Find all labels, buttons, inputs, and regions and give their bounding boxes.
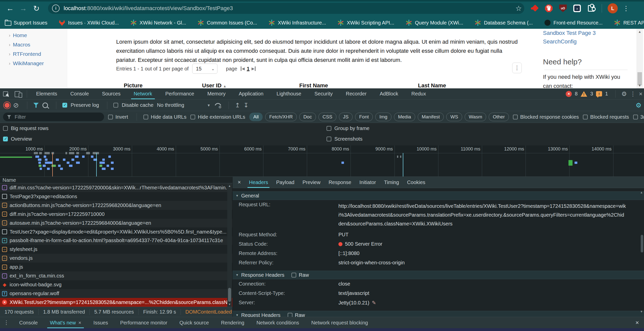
filter-chip-ws[interactable]: WS [446,113,462,121]
request-row[interactable]: ‹›stylesheet.js [0,245,232,254]
filter-chip-fetchxhr[interactable]: Fetch/XHR [265,113,297,121]
sidebar-item-rtfrontend[interactable]: ›RTFrontend [9,51,41,57]
name-column-header[interactable]: Name [0,177,232,183]
bookmark-star-icon[interactable]: ☆ [515,4,522,13]
tab-network[interactable]: Network [127,88,159,99]
request-row[interactable]: ‹›actionButtons.min.js?cache-version=172… [0,201,232,210]
filter-chip-other[interactable]: Other [489,113,509,121]
request-row[interactable]: ∕ext_in_form_cta.min.css [0,271,232,280]
request-row[interactable]: ◆icon-without-badge.svg [0,280,232,289]
filter-chip-js[interactable]: JS [339,113,353,121]
tree-chevron-icon[interactable]: › [9,52,10,57]
filter-toggle-icon[interactable] [33,103,39,108]
collapse-icon[interactable]: ▼ [236,313,239,317]
reload-icon[interactable]: ↻ [30,2,43,15]
request-row[interactable]: ‹›diff.min.js?cache-version=172225971000… [0,210,232,219]
scroll-down-icon[interactable]: ▼ [227,303,232,306]
hide-data-urls-checkbox[interactable] [143,115,148,119]
bookmark-item[interactable]: XWiki Network - Gl... [131,20,186,26]
request-raw-checkbox[interactable] [288,313,292,317]
drawer-tab-network-conditions[interactable]: Network conditions [250,317,305,328]
drawer-tab-network-request-blocking[interactable]: Network request blocking [305,317,374,328]
first-page-icon[interactable]: ◀ [241,66,245,71]
column-header-last-name[interactable]: Last Name [418,82,446,88]
scroll-up-icon[interactable]: ▲ [636,30,643,34]
warning-count-icon[interactable] [581,91,587,97]
tab-application[interactable]: Application [232,88,270,99]
hide-extension-urls-checkbox[interactable] [190,115,195,119]
filter-chip-media[interactable]: Media [394,113,415,121]
record-network-log-icon[interactable] [5,103,10,108]
bookmark-item[interactable]: Front-end Resource... [544,20,603,26]
tab-elements[interactable]: Elements [30,88,64,99]
column-header-first-name[interactable]: First Name [299,82,328,88]
tab-recorder[interactable]: Recorder [339,88,373,99]
request-row[interactable]: ∕diff.min.css?cache-version=172225972000… [0,183,232,192]
warning-count[interactable]: 3 [590,91,593,97]
tab-adblock[interactable]: AdBlock [373,88,405,99]
import-har-icon[interactable]: ↥ [235,102,240,109]
group-by-frame-checkbox[interactable] [327,126,331,131]
extension-red-icon[interactable] [531,5,538,12]
devtools-menu-icon[interactable]: ⋮ [630,90,636,97]
big-request-rows-checkbox[interactable] [3,126,8,131]
request-row[interactable]: ‹›app.js [0,263,232,271]
request-row[interactable]: TestUser2?xpage=display&mode=edit&proper… [0,227,232,236]
drawer-tab-performance-monitor[interactable]: Performance monitor [114,317,174,328]
browser-menu-icon[interactable]: ⋮ [623,5,629,12]
last-page-icon[interactable]: ▶ [252,66,256,71]
drawer-tab-console[interactable]: Console [13,317,44,328]
bookmark-item[interactable]: Issues · XWiki Cloud... [59,20,119,26]
drawer-tab-what-s-new[interactable]: What's new× [44,317,87,328]
request-row[interactable]: ×XWiki.TestUser2?timestamp=1724152830528… [0,298,232,307]
edit-header-icon[interactable]: ✎ [372,300,376,306]
tree-chevron-icon[interactable]: › [9,42,10,47]
back-icon[interactable]: ← [4,2,17,15]
filter-chip-img[interactable]: Img [375,113,391,121]
network-overview-timeline[interactable]: 1000 ms2000 ms3000 ms4000 ms5000 ms6000 … [0,145,644,177]
filter-chip-manifest[interactable]: Manifest [418,113,444,121]
detail-tab-preview[interactable]: Preview [299,177,325,188]
scroll-down-icon[interactable]: ▼ [636,84,643,87]
bookmark-item[interactable]: Database Schema (... [475,20,533,26]
blocked-requests-checkbox[interactable] [583,115,588,119]
tab-memory[interactable]: Memory [201,88,232,99]
request-row[interactable]: ≡passbolt-iframe-in-form-call-to-action.… [0,236,232,245]
error-count-icon[interactable]: × [566,91,572,97]
page-scrollbar[interactable]: ▲ ▼ [636,29,643,88]
request-row[interactable]: ‹›autosave.min.js?cache-version=17222596… [0,219,232,227]
search-icon[interactable] [42,103,48,108]
close-detail-icon[interactable]: × [233,179,245,186]
related-page-link[interactable]: Sandbox Test Page 3 [543,29,629,37]
throttling-select[interactable]: No throttling ▼ [157,102,211,108]
column-header-user-id[interactable]: User ID▲ [202,82,227,88]
profile-avatar[interactable]: L [608,3,618,13]
invert-checkbox[interactable] [108,115,113,119]
section-header-response-headers[interactable]: ▼Response HeadersRaw [233,271,644,279]
response-raw-checkbox[interactable] [291,273,296,277]
drawer-menu-icon[interactable]: ⋮ [0,319,13,326]
tab-performance[interactable]: Performance [159,88,201,99]
overview-checkbox[interactable] [3,137,8,141]
forward-icon[interactable]: → [17,2,30,15]
network-conditions-icon[interactable] [214,103,220,108]
bookmark-item[interactable]: XWiki Infrastructure... [269,20,326,26]
detail-tab-response[interactable]: Response [325,177,355,188]
adblock-extension-icon[interactable] [545,5,553,12]
scrollbar-thumb[interactable] [641,235,643,252]
sidebar-item-wikimanager[interactable]: ›WikiManager [9,60,44,66]
extensions-puzzle-icon[interactable] [587,5,595,12]
detail-tab-payload[interactable]: Payload [272,177,298,188]
detail-tab-cookies[interactable]: Cookies [403,177,429,188]
blocked-cookies-checkbox[interactable] [513,115,518,119]
filter-chip-doc[interactable]: Doc [299,113,316,121]
error-count[interactable]: 8 [575,91,578,97]
section-header-general[interactable]: ▼General [233,191,644,200]
clear-network-log-icon[interactable]: ⊘ [13,101,19,109]
tab-redux[interactable]: Redux [405,88,433,99]
issues-icon[interactable]: ! [596,91,602,96]
drawer-tab-issues[interactable]: Issues [87,317,114,328]
site-info-icon[interactable]: i [52,5,60,12]
request-row[interactable]: TestPage3?xpage=editactions [0,192,232,201]
tree-chevron-icon[interactable]: › [9,33,10,38]
